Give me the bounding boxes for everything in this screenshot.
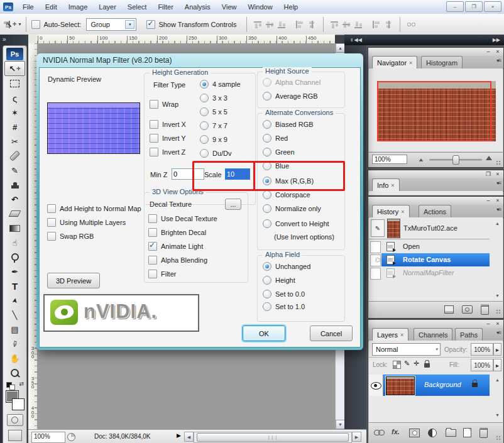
new-snapshot-icon[interactable]	[462, 305, 473, 314]
lock-pixels-icon[interactable]: ✎	[404, 359, 410, 368]
tool-history-brush[interactable]: ↶	[5, 192, 25, 206]
radio-convert-to-height[interactable]	[263, 219, 271, 228]
distribute-top-edges-icon[interactable]	[329, 20, 340, 29]
wrap-row[interactable]: Wrap	[150, 100, 178, 109]
history-source-checkbox[interactable]	[370, 241, 381, 253]
tab-paths[interactable]: Paths	[455, 328, 483, 341]
distribute-left-edges-icon[interactable]	[371, 20, 382, 29]
auto-select-checkbox[interactable]	[31, 20, 40, 29]
radio-green[interactable]	[263, 148, 271, 156]
auto-select-scope-dropdown[interactable]: Group ▾	[86, 18, 136, 31]
menu-layer[interactable]: Layer	[93, 1, 122, 13]
tool-smudge[interactable]: ☝	[5, 236, 25, 249]
status-flyout-icon[interactable]: ▶	[177, 432, 181, 439]
panel-menu-icon[interactable]: ▾≡	[496, 330, 501, 336]
radio-5x5[interactable]	[200, 107, 209, 116]
cancel-button[interactable]: Cancel	[310, 325, 353, 341]
scale-input[interactable]	[225, 168, 250, 180]
panel-menu-icon[interactable]: ▾≡	[496, 58, 501, 63]
window-minimize-icon[interactable]: –	[446, 1, 464, 12]
tab-close-icon[interactable]: ×	[409, 60, 412, 66]
tab-channels[interactable]: Channels	[414, 328, 452, 341]
radio-set-to-1[interactable]	[263, 302, 271, 311]
add-height-checkbox[interactable]	[47, 204, 56, 213]
radio-9x9[interactable]	[200, 135, 209, 144]
colorspace-row[interactable]: Colorspace	[263, 190, 310, 199]
invert-z-row[interactable]: Invert Z	[150, 148, 185, 156]
tool-type[interactable]: T	[5, 279, 25, 293]
average-rgb-row[interactable]: Average RGB	[263, 92, 318, 101]
tool-eyedropper[interactable]: ✑	[5, 337, 25, 351]
delete-layer-icon[interactable]	[479, 428, 488, 438]
fill-value[interactable]: 100%	[471, 359, 493, 371]
alpha-blending-row[interactable]: Alpha Blending	[148, 256, 207, 265]
scroll-thumb[interactable]: | | |	[197, 433, 349, 442]
auto-align-layers-icon[interactable]	[406, 20, 417, 29]
panel-close-icon[interactable]: ×	[494, 48, 501, 55]
tool-clone-stamp[interactable]	[5, 178, 25, 192]
add-height-checkbox-row[interactable]: Add Height to Normal Map	[47, 204, 141, 213]
tool-crop[interactable]: #	[5, 120, 25, 134]
tool-move[interactable]: ↖✛	[4, 61, 25, 76]
menu-select[interactable]: Select	[122, 1, 153, 13]
distribute-horizontal-centers-icon[interactable]	[383, 20, 394, 29]
green-row[interactable]: Green	[263, 148, 295, 156]
filter-type-4sample-row[interactable]: 4 sample	[200, 80, 241, 89]
new-document-from-state-icon[interactable]	[444, 305, 454, 314]
multiple-layers-checkbox-row[interactable]: Using Multiple Layers	[47, 218, 126, 227]
distribute-bottom-edges-icon[interactable]	[353, 20, 364, 29]
min-z-input[interactable]	[172, 168, 204, 180]
navigator-view-box[interactable]	[377, 81, 491, 141]
distribute-right-edges-icon[interactable]	[1, 20, 11, 29]
menu-filter[interactable]: Filter	[152, 1, 178, 13]
radio-unchanged[interactable]	[263, 262, 271, 271]
filter-checkbox[interactable]	[148, 270, 157, 278]
tool-pen[interactable]: ✒	[5, 265, 25, 278]
swap-rgb-checkbox[interactable]	[47, 232, 56, 241]
add-layer-mask-icon[interactable]	[409, 429, 420, 437]
swap-colors-icon[interactable]: ⇄	[19, 381, 24, 387]
panel-restore-icon[interactable]: ❐	[485, 171, 492, 177]
tool-slice[interactable]: ✂	[5, 134, 25, 148]
align-horizontal-centers-icon[interactable]	[307, 20, 317, 29]
tool-line-shape[interactable]: ╲	[5, 308, 25, 322]
radio-dudv[interactable]	[200, 149, 209, 158]
tool-magic-wand[interactable]: ✶	[5, 106, 25, 119]
unchanged-row[interactable]: Unchanged	[263, 262, 310, 271]
tool-notes[interactable]: ▤	[5, 322, 25, 336]
tool-spot-healing-brush[interactable]	[5, 149, 25, 163]
brighten-decal-row[interactable]: Brighten Decal	[148, 228, 206, 237]
tool-gradient[interactable]	[5, 221, 25, 235]
tool-eraser[interactable]	[5, 207, 25, 221]
panel-close-icon[interactable]: ×	[494, 320, 501, 327]
history-source-checkbox[interactable]	[370, 268, 381, 280]
panel-minimize-icon[interactable]: –	[485, 320, 492, 327]
radio-normalize-only[interactable]	[263, 204, 271, 213]
radio-average-rgb[interactable]	[263, 92, 271, 101]
radio-max-rgb[interactable]	[263, 177, 271, 185]
layer-row-background[interactable]: Background	[369, 375, 490, 396]
align-top-edges-icon[interactable]	[253, 20, 263, 29]
screen-mode-button[interactable]	[8, 430, 22, 441]
filter-type-5x5-row[interactable]: 5 x 5	[200, 107, 227, 116]
lock-transparency-icon[interactable]	[393, 361, 401, 369]
panel-minimize-icon[interactable]: –	[485, 48, 492, 55]
radio-red[interactable]	[263, 134, 271, 143]
delete-state-icon[interactable]	[481, 305, 489, 315]
menu-view[interactable]: View	[216, 1, 243, 13]
align-left-edges-icon[interactable]	[295, 20, 305, 29]
filter-type-dudv-row[interactable]: Du/Dv	[200, 149, 232, 158]
radio-biased-rgb[interactable]	[263, 120, 271, 129]
radio-4-sample[interactable]	[200, 80, 209, 89]
alpha-channel-row[interactable]: Alpha Channel	[263, 78, 320, 87]
panel-resize-grip[interactable]	[496, 309, 501, 315]
panel-menu-icon[interactable]: ▾≡	[496, 207, 501, 212]
blue-row[interactable]: Blue	[263, 161, 289, 170]
tool-path-selection[interactable]: ➤	[5, 293, 25, 307]
set-to-0-row[interactable]: Set to 0.0	[263, 290, 305, 298]
history-state-rotate-canvas[interactable]: ▶ Rotate Canvas	[369, 253, 490, 266]
panel-resize-grip[interactable]	[496, 435, 501, 441]
normalize-only-row[interactable]: Normalize only	[263, 204, 321, 213]
tab-history[interactable]: History ×	[372, 205, 410, 217]
biased-rgb-row[interactable]: Biased RGB	[263, 120, 314, 129]
